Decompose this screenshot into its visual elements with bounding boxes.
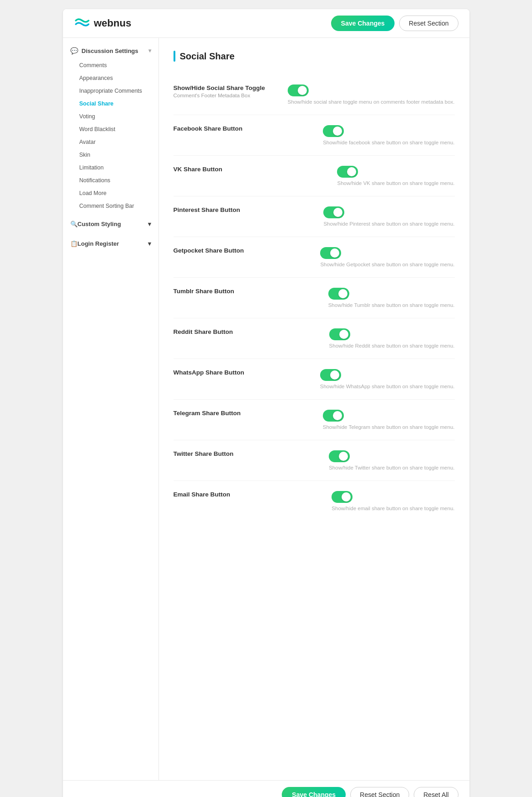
toggle-control: Show/hide email share button on share to… — [321, 491, 454, 511]
toggle-label-group: WhatsApp Share Button — [174, 369, 309, 377]
custom-styling-header[interactable]: 🔍 Custom Styling ▾ — [63, 216, 158, 232]
toggle-control: Show/hide Tumblr share button on share t… — [317, 288, 455, 308]
reset-all-button[interactable]: Reset All — [414, 787, 458, 797]
sidebar: 💬 Discussion Settings ▾ CommentsAppearan… — [63, 38, 159, 780]
sidebar-item[interactable]: Appearances — [63, 72, 158, 84]
toggle-description: Show/hide Twitter share button on share … — [329, 465, 454, 470]
toggles-container: Show/Hide Social Share ToggleComment's F… — [174, 74, 455, 521]
toggle-row: Telegram Share ButtonShow/hide Telegram … — [174, 400, 455, 440]
toggle-slider — [328, 288, 349, 300]
login-register-chevron-icon: ▾ — [148, 240, 151, 247]
toggle-label: Pinterest Share Button — [174, 206, 313, 213]
toggle-description: Show/hide Tumblr share button on share t… — [328, 302, 455, 308]
toggle-control: Show/hide social share toggle menu on co… — [277, 84, 455, 105]
toggle-switch[interactable] — [323, 410, 344, 422]
toggle-description: Show/hide Getpocket share button on shar… — [320, 262, 454, 267]
toggle-row: Tumblr Share ButtonShow/hide Tumblr shar… — [174, 278, 455, 318]
section-title-bar — [174, 51, 175, 62]
footer: Save Changes Reset Section Reset All — [63, 780, 469, 797]
toggle-description: Show/hide WhatsApp share button on share… — [320, 384, 455, 389]
toggle-label: Show/Hide Social Share Toggle — [174, 84, 277, 91]
login-register-header[interactable]: 📋 Login Register ▾ — [63, 236, 158, 252]
toggle-description: Show/hide social share toggle menu on co… — [288, 99, 455, 105]
toggle-label-group: Email Share Button — [174, 491, 321, 499]
section-title: Social Share — [174, 51, 455, 62]
sidebar-items-list: CommentsAppearancesInappropriate Comment… — [63, 59, 158, 212]
sidebar-section-discussion: 💬 Discussion Settings ▾ CommentsAppearan… — [63, 42, 158, 212]
toggle-label: Getpocket Share Button — [174, 247, 310, 254]
toggle-label: Reddit Share Button — [174, 328, 318, 335]
toggle-slider — [323, 206, 344, 218]
sidebar-item[interactable]: Inappropriate Comments — [63, 84, 158, 97]
toggle-row: Pinterest Share ButtonShow/hide Pinteres… — [174, 196, 455, 237]
custom-styling-chevron-icon: ▾ — [148, 221, 151, 227]
app-wrapper: webnus Save Changes Reset Section 💬 Disc… — [63, 9, 469, 797]
sidebar-item[interactable]: Social Share — [63, 97, 158, 110]
toggle-label-group: Pinterest Share Button — [174, 206, 313, 215]
toggle-description: Show/hide email share button on share to… — [332, 506, 454, 511]
sidebar-item[interactable]: Avatar — [63, 136, 158, 148]
sidebar-section-login-register: 📋 Login Register ▾ — [63, 236, 158, 252]
save-changes-button-header[interactable]: Save Changes — [331, 16, 395, 31]
toggle-slider — [288, 84, 309, 96]
toggle-row: Reddit Share ButtonShow/hide Reddit shar… — [174, 318, 455, 359]
section-title-text: Social Share — [180, 51, 235, 62]
toggle-slider — [332, 491, 353, 503]
sidebar-item[interactable]: Skin — [63, 148, 158, 161]
custom-styling-label: Custom Styling — [78, 221, 121, 227]
toggle-slider — [320, 369, 341, 381]
save-changes-button-footer[interactable]: Save Changes — [282, 787, 346, 797]
toggle-slider — [320, 247, 341, 259]
sidebar-item[interactable]: Voting — [63, 110, 158, 123]
toggle-row: Twitter Share ButtonShow/hide Twitter sh… — [174, 440, 455, 481]
toggle-sublabel: Comment's Footer Metadata Box — [174, 93, 277, 98]
toggle-label-group: VK Share Button — [174, 166, 327, 174]
toggle-label-group: Reddit Share Button — [174, 328, 318, 337]
logo-icon — [74, 17, 90, 30]
toggle-label: Tumblr Share Button — [174, 288, 317, 295]
toggle-control: Show/hide VK share button on share toggl… — [326, 166, 454, 186]
toggle-row: VK Share ButtonShow/hide VK share button… — [174, 156, 455, 196]
reset-section-button-footer[interactable]: Reset Section — [350, 787, 409, 797]
sidebar-item[interactable]: Notifications — [63, 174, 158, 187]
toggle-row: Getpocket Share ButtonShow/hide Getpocke… — [174, 237, 455, 278]
toggle-switch[interactable] — [328, 288, 349, 300]
toggle-control: Show/hide WhatsApp share button on share… — [309, 369, 455, 389]
toggle-switch[interactable] — [320, 247, 341, 259]
toggle-row: WhatsApp Share ButtonShow/hide WhatsApp … — [174, 359, 455, 400]
toggle-switch[interactable] — [288, 84, 309, 96]
header-actions: Save Changes Reset Section — [331, 16, 458, 31]
toggle-switch[interactable] — [320, 369, 341, 381]
toggle-label: Telegram Share Button — [174, 410, 312, 417]
toggle-switch[interactable] — [323, 206, 344, 218]
sidebar-item[interactable]: Word Blacklist — [63, 123, 158, 136]
toggle-control: Show/hide Telegram share button on share… — [312, 410, 455, 430]
toggle-switch[interactable] — [332, 491, 353, 503]
sidebar-discussion-header[interactable]: 💬 Discussion Settings ▾ — [63, 42, 158, 59]
sidebar-item[interactable]: Limitation — [63, 161, 158, 174]
toggle-label-group: Facebook Share Button — [174, 125, 312, 133]
discussion-chevron-icon: ▾ — [148, 48, 151, 54]
discussion-icon: 💬 — [70, 47, 78, 54]
logo: webnus — [74, 17, 132, 30]
toggle-switch[interactable] — [329, 450, 350, 462]
toggle-label-group: Getpocket Share Button — [174, 247, 310, 255]
toggle-control: Show/hide Getpocket share button on shar… — [309, 247, 454, 267]
sidebar-item[interactable]: Comment Sorting Bar — [63, 200, 158, 212]
sidebar-discussion-header-inner: 💬 Discussion Settings — [70, 47, 138, 54]
toggle-control: Show/hide facebook share button on share… — [312, 125, 454, 145]
toggle-description: Show/hide Pinterest share button on shar… — [323, 221, 454, 227]
toggle-switch[interactable] — [329, 328, 350, 340]
header: webnus Save Changes Reset Section — [63, 9, 469, 38]
toggle-slider — [337, 166, 358, 178]
toggle-switch[interactable] — [323, 125, 344, 137]
sidebar-item[interactable]: Load More — [63, 187, 158, 200]
toggle-label-group: Tumblr Share Button — [174, 288, 317, 296]
login-register-header-inner: 📋 Login Register — [70, 240, 119, 247]
toggle-label-group: Show/Hide Social Share ToggleComment's F… — [174, 84, 277, 98]
toggle-switch[interactable] — [337, 166, 358, 178]
reset-section-button-header[interactable]: Reset Section — [399, 16, 458, 31]
sidebar-item[interactable]: Comments — [63, 59, 158, 72]
custom-styling-header-inner: 🔍 Custom Styling — [70, 221, 121, 227]
login-register-icon: 📋 — [70, 240, 78, 247]
